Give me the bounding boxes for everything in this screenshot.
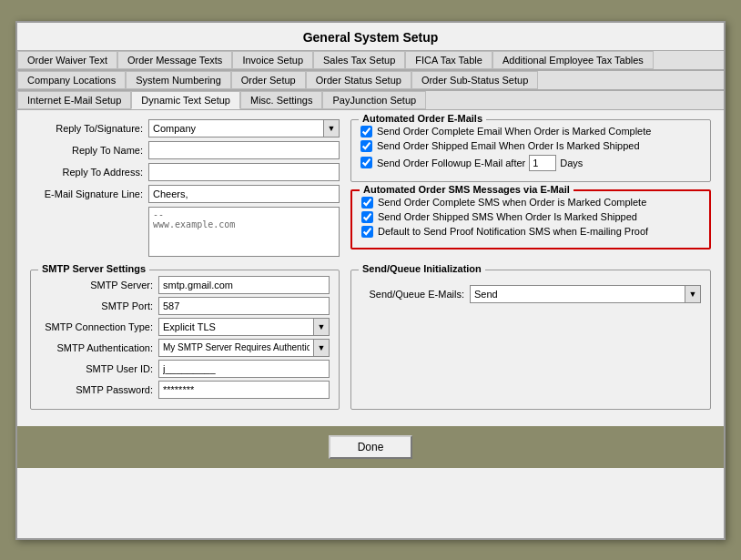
tabs-row-1: Order Waiver Text Order Message Texts In… [17,50,724,70]
smtp-password-label: SMTP Password: [40,384,158,395]
days-input[interactable] [529,155,556,171]
sendqueue-row: Send/Queue E-Mails: ▼ [360,285,701,303]
sendqueue-title: Send/Queue Initialization [359,263,485,274]
top-section: Reply To/Signature: ▼ Reply To Name: Rep… [30,119,711,260]
smtp-port-row: SMTP Port: [40,297,330,315]
tabs-row-2: Company Locations System Numbering Order… [17,70,724,90]
reply-to-input-group: ▼ [148,119,340,137]
sms-check3-row: Default to Send Proof Notification SMS w… [361,226,700,238]
smtp-auth-label: SMTP Authentication: [40,342,158,353]
smtp-connection-row: SMTP Connection Type: ▼ [40,318,330,336]
reply-name-row: Reply To Name: [30,141,340,159]
smtp-group: SMTP Server Settings SMTP Server: SMTP P… [30,270,340,410]
tab-order-status[interactable]: Order Status Setup [306,71,411,89]
sms-check3-label: Default to Send Proof Notification SMS w… [378,226,648,237]
smtp-auth-dropdown[interactable]: ▼ [313,339,330,357]
smtp-connection-dropdown[interactable]: ▼ [313,318,330,336]
reply-to-label: Reply To/Signature: [30,123,148,134]
preview-row: -- www.example.com [30,207,340,257]
days-label: Days [560,158,583,168]
smtp-connection-label: SMTP Connection Type: [40,321,158,332]
email-check2-row: Send Order Shipped Email When Order Is M… [360,140,701,152]
sms-group: Automated Order SMS Messages via E-Mail … [350,189,711,249]
sms-check2-row: Send Order Shipped SMS When Order Is Mar… [361,211,700,223]
footer: Done [17,426,724,468]
sendqueue-select-group: ▼ [470,285,701,303]
tab-payjunction[interactable]: PayJunction Setup [322,91,426,109]
smtp-connection-input[interactable] [158,318,313,336]
tab-dynamic-text[interactable]: Dynamic Text Setup [131,91,240,109]
smtp-password-row: SMTP Password: [40,381,330,399]
reply-to-dropdown[interactable]: ▼ [323,119,340,137]
smtp-userid-label: SMTP User ID: [40,363,158,374]
tab-system-numbering[interactable]: System Numbering [126,71,231,89]
sms-check1[interactable] [361,197,373,209]
tab-misc-settings[interactable]: Misc. Settings [240,91,322,109]
tab-order-message[interactable]: Order Message Texts [117,51,232,69]
email-check3-label: Send Order Followup E-Mail after [377,158,525,168]
reply-to-input[interactable] [148,119,323,137]
sendqueue-dropdown[interactable]: ▼ [685,285,701,303]
sms-check1-row: Send Order Complete SMS when Order is Ma… [361,197,700,209]
signature-preview[interactable]: -- www.example.com [148,207,340,257]
reply-address-input[interactable] [148,163,340,181]
automated-emails-group: Automated Order E-Mails Send Order Compl… [350,119,711,182]
tab-company-locations[interactable]: Company Locations [17,71,126,89]
sms-group-title: Automated Order SMS Messages via E-Mail [360,184,574,195]
smtp-userid-input[interactable] [158,360,330,378]
email-sig-label: E-Mail Signature Line: [30,188,148,199]
smtp-password-input[interactable] [158,381,330,399]
tab-sub-status[interactable]: Order Sub-Status Setup [411,71,538,89]
smtp-server-row: SMTP Server: [40,276,330,294]
email-check2-label: Send Order Shipped Email When Order Is M… [377,140,640,151]
tab-fica-tax[interactable]: FICA Tax Table [405,51,492,69]
reply-address-row: Reply To Address: [30,163,340,181]
reply-to-row: Reply To/Signature: ▼ [30,119,340,137]
tab-sales-tax[interactable]: Sales Tax Setup [313,51,405,69]
reply-name-label: Reply To Name: [30,145,148,156]
reply-address-label: Reply To Address: [30,167,148,178]
right-panel: Automated Order E-Mails Send Order Compl… [350,119,711,260]
left-panel: Reply To/Signature: ▼ Reply To Name: Rep… [30,119,340,260]
email-check2[interactable] [360,140,372,152]
sendqueue-input[interactable] [470,285,685,303]
email-check1-row: Send Order Complete Email When Order is … [360,126,701,137]
sms-check1-label: Send Order Complete SMS when Order is Ma… [378,197,646,208]
smtp-connection-group: ▼ [158,318,330,336]
email-sig-row: E-Mail Signature Line: [30,185,340,203]
smtp-auth-input[interactable] [158,339,313,357]
sendqueue-label: Send/Queue E-Mails: [360,289,470,300]
tab-invoice-setup[interactable]: Invoice Setup [232,51,313,69]
email-check3[interactable] [360,157,372,168]
smtp-title: SMTP Server Settings [38,263,149,274]
bottom-section: SMTP Server Settings SMTP Server: SMTP P… [30,270,711,410]
smtp-auth-row: SMTP Authentication: ▼ [40,339,330,357]
email-sig-input[interactable] [148,185,340,203]
tabs-row-3: Internet E-Mail Setup Dynamic Text Setup… [17,90,724,110]
email-check1[interactable] [360,126,372,137]
content-area: Reply To/Signature: ▼ Reply To Name: Rep… [17,110,724,419]
email-check3-row: Send Order Followup E-Mail after Days [360,155,701,171]
sendqueue-group: Send/Queue Initialization Send/Queue E-M… [350,270,711,410]
smtp-port-input[interactable] [158,297,330,315]
tab-additional-tax[interactable]: Additional Employee Tax Tables [492,51,654,69]
sms-check2-label: Send Order Shipped SMS When Order Is Mar… [378,211,637,222]
sms-check2[interactable] [361,211,373,223]
tab-order-setup[interactable]: Order Setup [231,71,306,89]
email-check1-label: Send Order Complete Email When Order is … [377,126,651,137]
smtp-port-label: SMTP Port: [40,300,158,311]
automated-emails-title: Automated Order E-Mails [359,113,486,124]
done-button[interactable]: Done [329,435,413,459]
window-title: General System Setup [17,23,724,50]
sms-check3[interactable] [361,226,373,238]
reply-name-input[interactable] [148,141,340,159]
tab-internet-email[interactable]: Internet E-Mail Setup [17,91,131,109]
main-window: General System Setup Order Waiver Text O… [15,21,726,540]
smtp-userid-row: SMTP User ID: [40,360,330,378]
smtp-server-label: SMTP Server: [40,280,158,290]
smtp-server-input[interactable] [158,276,330,294]
tab-order-waiver[interactable]: Order Waiver Text [17,51,117,69]
smtp-auth-group: ▼ [158,339,330,357]
